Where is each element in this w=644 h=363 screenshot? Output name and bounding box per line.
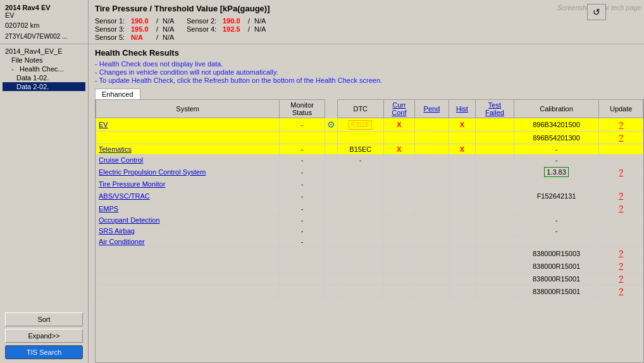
cell-curr-conf bbox=[383, 237, 415, 247]
cell-pend bbox=[415, 202, 449, 215]
sensor5-label: Sensor 5: bbox=[95, 34, 130, 41]
cell-hist bbox=[449, 215, 475, 226]
col-hist[interactable]: Hist bbox=[449, 100, 475, 118]
cell-system[interactable]: Occupant Detection bbox=[96, 215, 280, 226]
cell-system[interactable]: Cruise Control bbox=[96, 155, 280, 166]
cell-update[interactable]: ? bbox=[599, 118, 643, 132]
cell-test-failed bbox=[476, 237, 514, 247]
col-test-failed[interactable]: TestFailed bbox=[476, 100, 514, 118]
cell-pend bbox=[415, 215, 449, 226]
cell-test-failed bbox=[476, 215, 514, 226]
cell-system bbox=[96, 260, 280, 273]
health-note-3: - To update Health Check, click the Refr… bbox=[95, 77, 638, 84]
table-row: SRS Airbag-- bbox=[96, 226, 643, 237]
cell-hist: X bbox=[449, 144, 475, 155]
col-update: Update bbox=[599, 100, 643, 118]
table-row: Electric Propulsion Control System-1.3.8… bbox=[96, 166, 643, 179]
tree-item-4[interactable]: Data 2-02. bbox=[3, 82, 85, 91]
tab-enhanced[interactable]: Enhanced bbox=[95, 89, 140, 99]
cell-pend bbox=[415, 247, 449, 260]
sensor4-label: Sensor 4: bbox=[187, 25, 221, 33]
cell-dtc bbox=[337, 132, 383, 144]
settings-icon[interactable]: ⚙ bbox=[327, 120, 335, 130]
expand-button[interactable]: Expand>> bbox=[5, 329, 83, 343]
cell-monitor-status bbox=[280, 273, 325, 285]
sensor4-value: 192.5 bbox=[223, 25, 247, 33]
cell-update[interactable]: ? bbox=[599, 190, 643, 202]
refresh-button[interactable]: ↺ bbox=[587, 4, 606, 20]
cell-test-failed bbox=[476, 132, 514, 144]
data-table-container[interactable]: System MonitorStatus DTC CurrConf Pend H… bbox=[95, 99, 644, 363]
col-curr-conf[interactable]: CurrConf bbox=[383, 100, 415, 118]
cell-curr-conf bbox=[383, 260, 415, 273]
table-row: Air Conditioner- bbox=[96, 237, 643, 247]
sensor1-label: Sensor 1: bbox=[95, 17, 130, 25]
cell-icon bbox=[325, 273, 337, 285]
cell-system[interactable]: EMPS bbox=[96, 202, 280, 215]
sensor1-sep: / bbox=[156, 17, 161, 25]
cell-update[interactable]: ? bbox=[599, 285, 643, 298]
cell-curr-conf bbox=[383, 132, 415, 144]
cell-curr-conf bbox=[383, 247, 415, 260]
table-row: EMPS-? bbox=[96, 202, 643, 215]
cell-monitor-status: - bbox=[280, 155, 325, 166]
cell-pend bbox=[415, 144, 449, 155]
cell-test-failed bbox=[476, 179, 514, 190]
cell-update[interactable]: ? bbox=[599, 166, 643, 179]
cell-dtc bbox=[337, 247, 383, 260]
cell-monitor-status bbox=[280, 260, 325, 273]
cell-hist bbox=[449, 155, 475, 166]
sensor2-na: N/A bbox=[254, 17, 277, 25]
cell-system[interactable]: ABS/VSC/TRAC bbox=[96, 190, 280, 202]
cell-calibration: - bbox=[514, 215, 599, 226]
cell-system[interactable]: SRS Airbag bbox=[96, 226, 280, 237]
vehicle-name: 2014 Rav4 EV bbox=[5, 4, 83, 11]
collapse-icon: - bbox=[11, 65, 18, 73]
tree-item-2[interactable]: - Health Chec... bbox=[3, 65, 85, 73]
sensor5-value: N/A bbox=[131, 34, 155, 41]
cell-system[interactable]: Tire Pressure Monitor bbox=[96, 179, 280, 190]
tab-bar: Enhanced bbox=[89, 86, 644, 99]
cell-update[interactable]: ? bbox=[599, 247, 643, 260]
cell-monitor-status: - bbox=[280, 144, 325, 155]
table-row: ABS/VSC/TRAC-F152642131? bbox=[96, 190, 643, 202]
cell-update[interactable]: ? bbox=[599, 273, 643, 285]
cell-icon bbox=[325, 237, 337, 247]
tree-item-3[interactable]: Data 1-02. bbox=[3, 73, 85, 82]
cell-update bbox=[599, 215, 643, 226]
cell-curr-conf bbox=[383, 285, 415, 298]
cell-icon bbox=[325, 144, 337, 155]
tree-item-1[interactable]: File Notes bbox=[3, 56, 85, 65]
tree-item-0[interactable]: 2014_Rav4_EV_E bbox=[3, 47, 85, 56]
col-monitor-status: MonitorStatus bbox=[280, 100, 325, 118]
cell-monitor-status: - bbox=[280, 179, 325, 190]
cell-update[interactable]: ? bbox=[599, 260, 643, 273]
cell-pend bbox=[415, 237, 449, 247]
cell-update[interactable]: ? bbox=[599, 132, 643, 144]
cell-curr-conf: X bbox=[383, 118, 415, 132]
table-row: 838000R15003? bbox=[96, 247, 643, 260]
cell-test-failed bbox=[476, 166, 514, 179]
cell-dtc bbox=[337, 226, 383, 237]
cell-calibration: 838000R15001 bbox=[514, 260, 599, 273]
col-pend[interactable]: Pend bbox=[415, 100, 449, 118]
cell-calibration: - bbox=[514, 226, 599, 237]
cell-hist bbox=[449, 202, 475, 215]
cell-system[interactable]: EV bbox=[96, 118, 280, 132]
cell-hist: X bbox=[449, 118, 475, 132]
cell-system[interactable]: Air Conditioner bbox=[96, 237, 280, 247]
cell-system bbox=[96, 273, 280, 285]
cell-update[interactable]: ? bbox=[599, 202, 643, 215]
cell-calibration: 896B54201300 bbox=[514, 132, 599, 144]
cell-test-failed bbox=[476, 144, 514, 155]
cell-monitor-status: - bbox=[280, 215, 325, 226]
cell-monitor-status: - bbox=[280, 190, 325, 202]
sort-button[interactable]: Sort bbox=[5, 312, 83, 326]
cell-dtc: B15EC bbox=[337, 144, 383, 155]
cell-system[interactable]: Electric Propulsion Control System bbox=[96, 166, 280, 179]
cell-test-failed bbox=[476, 202, 514, 215]
cell-system[interactable]: Telematics bbox=[96, 144, 280, 155]
tis-search-button[interactable]: TIS Search bbox=[5, 345, 83, 359]
cell-test-failed bbox=[476, 285, 514, 298]
cell-dtc bbox=[337, 260, 383, 273]
